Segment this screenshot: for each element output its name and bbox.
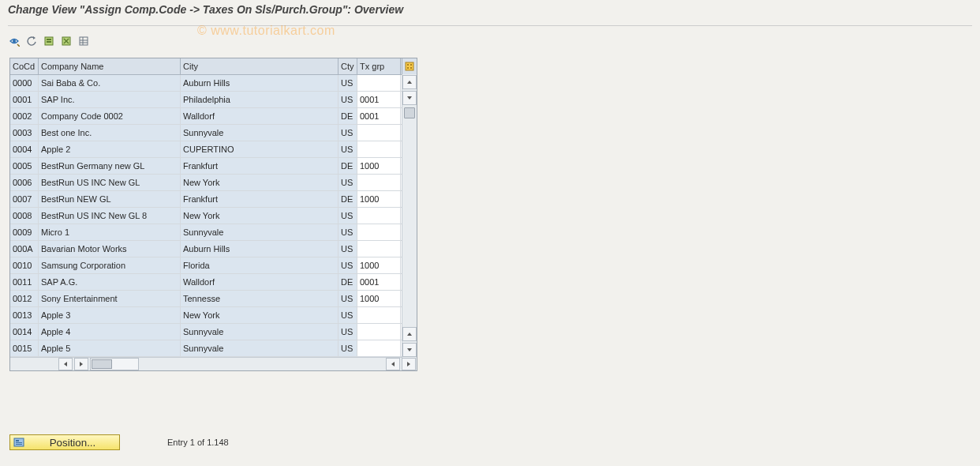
svg-rect-12	[406, 62, 413, 70]
cell-txgrp[interactable]: 1000	[357, 291, 401, 306]
horizontal-scrollbar[interactable]	[10, 357, 417, 370]
cell-cty: US	[339, 75, 357, 91]
table-config-icon[interactable]	[402, 58, 417, 74]
table-row[interactable]: 0012Sony EntertainmentTennesseUS1000	[10, 291, 402, 307]
undo-button[interactable]	[25, 35, 38, 47]
cell-cty: DE	[339, 158, 357, 174]
table-row[interactable]: 0014Apple 4SunnyvaleUS	[10, 324, 402, 340]
table-row[interactable]: 0015Apple 5SunnyvaleUS	[10, 340, 402, 357]
cell-name: BestRun NEW GL	[39, 191, 181, 207]
cell-txgrp[interactable]	[357, 141, 401, 157]
cell-city: Sunnyvale	[181, 324, 339, 340]
cell-city: Auburn Hills	[181, 75, 339, 91]
deselect-all-button[interactable]	[60, 35, 73, 47]
scroll-up-icon[interactable]	[402, 75, 417, 89]
col-header-name[interactable]: Company Name	[39, 58, 181, 74]
cell-cty: US	[339, 92, 357, 107]
cell-txgrp[interactable]	[357, 125, 401, 141]
vscroll-thumb[interactable]	[404, 107, 415, 118]
cell-cty: DE	[339, 274, 357, 290]
cell-city: CUPERTINO	[181, 141, 339, 157]
cell-name: BestRun Germany new GL	[39, 158, 181, 174]
cell-txgrp[interactable]	[357, 208, 401, 224]
vertical-scrollbar[interactable]	[402, 74, 417, 358]
svg-rect-13	[407, 64, 409, 66]
cell-txgrp[interactable]: 1000	[357, 158, 401, 174]
table-row[interactable]: 0004Apple 2CUPERTINOUS	[10, 141, 402, 158]
col-header-cty[interactable]: Cty	[339, 58, 357, 74]
cell-cocd: 0002	[10, 108, 39, 124]
cell-cty: US	[339, 224, 357, 240]
svg-line-1	[17, 44, 20, 47]
scroll-right2-icon[interactable]	[402, 358, 416, 370]
cell-cocd: 0003	[10, 125, 39, 141]
table-row[interactable]: 0005BestRun Germany new GLFrankfurtDE100…	[10, 158, 402, 175]
cell-city: New York	[181, 307, 339, 323]
cell-cty: US	[339, 125, 357, 141]
cell-cocd: 0006	[10, 175, 39, 190]
cell-city: Florida	[181, 257, 339, 273]
table-row[interactable]: 0000Sai Baba & Co.Auburn HillsUS	[10, 75, 402, 92]
cell-txgrp[interactable]	[357, 340, 401, 356]
cell-txgrp[interactable]	[357, 75, 401, 91]
svg-rect-16	[410, 67, 412, 69]
cell-txgrp[interactable]	[357, 324, 401, 340]
svg-rect-20	[16, 444, 22, 445]
cell-cty: US	[339, 324, 357, 340]
table-row[interactable]: 0009Micro 1SunnyvaleUS	[10, 224, 402, 241]
cell-cty: US	[339, 307, 357, 323]
table-row[interactable]: 0011SAP A.G.WalldorfDE0001	[10, 274, 402, 291]
cell-txgrp[interactable]	[357, 224, 401, 240]
cell-name: BestRun US INC New GL 8	[39, 208, 181, 224]
position-button[interactable]: Position...	[9, 434, 120, 450]
col-header-cocd[interactable]: CoCd	[10, 58, 39, 74]
table-row[interactable]: 0003Best one Inc.SunnyvaleUS	[10, 125, 402, 141]
cell-txgrp[interactable]	[357, 175, 401, 190]
cell-txgrp[interactable]	[357, 307, 401, 323]
cell-cocd: 0001	[10, 92, 39, 107]
svg-rect-4	[47, 41, 51, 43]
scroll-down-icon[interactable]	[402, 91, 417, 105]
table-row[interactable]: 0008BestRun US INC New GL 8New YorkUS	[10, 208, 402, 224]
col-header-txgrp[interactable]: Tx grp	[357, 58, 401, 74]
table-row[interactable]: 0007BestRun NEW GLFrankfurtDE1000	[10, 191, 402, 208]
table-row[interactable]: 0002Company Code 0002WalldorfDE0001	[10, 108, 402, 125]
table-row[interactable]: 0001SAP Inc.PhiladelphiaUS0001	[10, 92, 402, 108]
table-row[interactable]: 000ABavarian Motor WorksAuburn HillsUS	[10, 241, 402, 257]
col-header-city[interactable]: City	[181, 58, 339, 74]
cell-txgrp[interactable]: 1000	[357, 257, 401, 273]
hscroll-thumb[interactable]	[92, 359, 112, 369]
cell-name: Sai Baba & Co.	[39, 75, 181, 91]
cell-txgrp[interactable]: 0001	[357, 274, 401, 290]
table-row[interactable]: 0013Apple 3New YorkUS	[10, 307, 402, 324]
toggle-display-button[interactable]	[8, 35, 21, 47]
svg-rect-19	[16, 442, 22, 443]
scroll-left-icon[interactable]	[58, 358, 73, 370]
cell-city: Philadelphia	[181, 92, 339, 107]
cell-name: Apple 5	[39, 340, 181, 356]
table-row[interactable]: 0010Samsung CorporationFloridaUS1000	[10, 257, 402, 274]
cell-txgrp[interactable]: 0001	[357, 108, 401, 124]
cell-cty: US	[339, 141, 357, 157]
cell-city: Sunnyvale	[181, 125, 339, 141]
cell-cocd: 0014	[10, 324, 39, 340]
cell-cocd: 0005	[10, 158, 39, 174]
cell-cty: US	[339, 291, 357, 306]
table-row[interactable]: 0006BestRun US INC New GLNew YorkUS	[10, 175, 402, 191]
cell-cty: DE	[339, 108, 357, 124]
table-settings-button[interactable]	[77, 35, 90, 47]
scroll-right-icon[interactable]	[74, 358, 88, 370]
entry-counter: Entry 1 of 1.148	[167, 438, 229, 447]
cell-city: Sunnyvale	[181, 340, 339, 356]
cell-city: New York	[181, 175, 339, 190]
cell-txgrp[interactable]: 0001	[357, 92, 401, 107]
cell-txgrp[interactable]	[357, 241, 401, 257]
scroll-left2-icon[interactable]	[386, 358, 400, 370]
scroll-down2-icon[interactable]	[402, 343, 417, 357]
cell-txgrp[interactable]: 1000	[357, 191, 401, 207]
svg-point-0	[13, 39, 16, 43]
cell-cty: US	[339, 241, 357, 257]
scroll-up2-icon[interactable]	[402, 327, 417, 341]
table-control: CoCd Company Name City Cty Tx grp 0000Sa…	[9, 58, 417, 371]
select-all-button[interactable]	[43, 35, 55, 47]
